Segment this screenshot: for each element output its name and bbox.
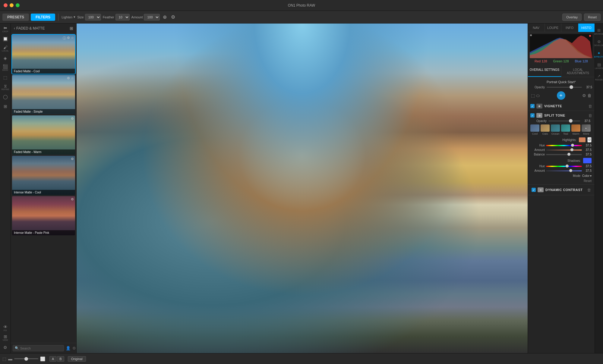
- a-button[interactable]: A: [49, 356, 56, 362]
- amount-thumb[interactable]: [570, 148, 573, 151]
- preset-star-icon[interactable]: ☆: [71, 36, 74, 40]
- mode-select[interactable]: Color ▾: [582, 174, 592, 177]
- amount-track[interactable]: [546, 149, 582, 151]
- st-preset-cool[interactable]: Cool: [530, 124, 539, 135]
- st-preset-oats[interactable]: Oats: [541, 124, 550, 135]
- center-image-area: [77, 24, 528, 353]
- search-input[interactable]: [20, 347, 62, 350]
- balance-track[interactable]: [546, 154, 582, 155]
- preset-settings-icon-warm[interactable]: ⚙: [71, 117, 74, 121]
- side-browse[interactable]: ⊞ BROWSE: [595, 26, 603, 37]
- shadow-amount-track[interactable]: [546, 170, 582, 171]
- shadows-color-swatch[interactable]: [583, 158, 592, 163]
- grid-view-icon[interactable]: ⊞: [70, 26, 73, 31]
- tool-something5[interactable]: ◯: [1, 92, 10, 101]
- mask-icon-circle[interactable]: ⬭: [536, 93, 540, 98]
- tool-something4[interactable]: ⬚: [1, 73, 10, 82]
- balance-thumb[interactable]: [567, 153, 570, 156]
- st-preset-teal[interactable]: Teal: [561, 124, 570, 135]
- preset-item-simple[interactable]: ⚙ ☆ Faded Matte - Simple: [12, 75, 75, 114]
- preset-settings-icon-ic[interactable]: ⚙: [71, 157, 74, 161]
- side-effects[interactable]: ✦ EFFECTS: [595, 49, 603, 60]
- highlights-reset-icon[interactable]: ↺: [587, 137, 592, 143]
- back-button[interactable]: ‹ FADED & MATTE: [14, 26, 45, 30]
- dc-enabled[interactable]: ✓: [532, 188, 536, 192]
- add-filter-button[interactable]: +: [557, 91, 565, 100]
- preset-settings-icon-simple[interactable]: ⚙: [67, 76, 70, 80]
- st-preset-warm[interactable]: Warm: [571, 124, 580, 135]
- dc-delete-button[interactable]: 🗑: [587, 188, 591, 192]
- tool-fix[interactable]: 👁 FIX: [1, 324, 10, 333]
- mask-icon-square[interactable]: ⬚: [531, 93, 535, 98]
- filters-tab[interactable]: FILTERS: [31, 14, 55, 21]
- st-opacity-track[interactable]: [548, 121, 580, 121]
- tab-histo[interactable]: HISTO: [578, 24, 595, 32]
- maximize-button[interactable]: [16, 3, 20, 7]
- filter-settings-icon[interactable]: ⚙: [582, 93, 586, 98]
- st-preset-ocean[interactable]: Ocean: [551, 124, 560, 135]
- bottom-icon1[interactable]: ⬚: [2, 356, 6, 361]
- preset-item-paste-pink[interactable]: ⚙ Intense Matte - Paste Pink: [12, 196, 75, 235]
- settings-icon[interactable]: ⚙: [170, 14, 176, 20]
- search-gear-icon[interactable]: ⚙: [72, 346, 76, 350]
- tool-crop[interactable]: ✂ CROP: [1, 25, 10, 34]
- size-label: Size: [77, 15, 84, 19]
- vignette-delete-button[interactable]: 🗑: [588, 104, 592, 108]
- tool-mask[interactable]: ⬛ MASK: [1, 63, 10, 72]
- preset-item-cool[interactable]: ⓘ ⚙ ☆ Faded Matte - Cool: [12, 35, 75, 74]
- preset-star-icon-simple[interactable]: ☆: [71, 76, 74, 80]
- tab-nav[interactable]: NAV: [528, 24, 545, 32]
- bottom-icon3[interactable]: ⬜: [40, 356, 45, 361]
- tab-loupe[interactable]: LOUPE: [545, 24, 562, 32]
- tab-info[interactable]: INFO: [561, 24, 578, 32]
- st-opacity-thumb[interactable]: [569, 119, 573, 123]
- side-resize[interactable]: ↗ RESIZE: [595, 72, 603, 83]
- preset-settings-icon-pp[interactable]: ⚙: [71, 197, 74, 201]
- preset-settings-icon[interactable]: ⚙: [67, 36, 70, 40]
- side-develop[interactable]: ⚙ DEVELOP: [595, 37, 603, 48]
- amount-select[interactable]: 100: [144, 14, 160, 20]
- tool-local[interactable]: 🖌 LOCAL: [1, 44, 10, 53]
- shadow-hue-thumb[interactable]: [566, 165, 569, 168]
- tab-overall-settings[interactable]: OVERALL SETTINGS: [528, 66, 561, 77]
- split-tone-enabled[interactable]: ✓: [530, 113, 535, 118]
- feather-select[interactable]: 10: [115, 14, 130, 20]
- tool-refine[interactable]: ⧖ REFINE: [1, 83, 10, 92]
- preset-item-intense-cool[interactable]: ⚙ Intense Matte - Cool: [12, 156, 75, 195]
- eyedropper-icon[interactable]: ⊕: [162, 14, 168, 20]
- tab-local-adjustments[interactable]: LOCAL ADJUSTMENTS: [561, 66, 595, 77]
- tool-something2[interactable]: 🔲: [1, 34, 10, 43]
- shadow-hue-track[interactable]: [546, 166, 582, 167]
- b-button[interactable]: B: [57, 356, 64, 362]
- overlay-button[interactable]: Overlay: [562, 14, 582, 21]
- presets-tab[interactable]: PRESETS: [2, 14, 29, 21]
- side-layers[interactable]: ▤ LAYERS: [595, 60, 603, 71]
- preset-info-icon[interactable]: ⓘ: [63, 36, 66, 40]
- shadow-amount-thumb[interactable]: [569, 169, 572, 172]
- opacity-slider-track[interactable]: [547, 87, 582, 88]
- bottom-icon2[interactable]: ▬: [8, 356, 12, 361]
- opacity-slider-thumb[interactable]: [570, 85, 573, 89]
- tool-something6[interactable]: ⊞: [1, 102, 10, 111]
- size-select[interactable]: 100: [85, 14, 101, 20]
- bottom-slider[interactable]: [14, 358, 38, 359]
- split-tone-reset-button[interactable]: Reset: [584, 179, 592, 183]
- preset-item-warm[interactable]: ⚙ Faded Matte - Warm: [12, 115, 75, 155]
- feather-group: Feather 10: [103, 14, 130, 20]
- highlights-color-swatch[interactable]: [579, 137, 586, 142]
- tool-gear-bottom[interactable]: ⚙: [1, 343, 10, 352]
- tool-view[interactable]: ⊞ VIEW: [1, 333, 10, 342]
- tool-something3[interactable]: ◈: [1, 54, 10, 63]
- filter-trash-icon[interactable]: 🗑: [587, 93, 592, 98]
- user-icon[interactable]: 👤: [66, 346, 71, 350]
- vignette-enabled[interactable]: ✓: [530, 104, 535, 108]
- split-tone-opacity-row: Opacity 37.5: [530, 119, 593, 123]
- hue-track[interactable]: [546, 145, 582, 146]
- reset-button[interactable]: Reset: [584, 14, 601, 21]
- close-button[interactable]: [4, 3, 8, 7]
- hue-thumb[interactable]: [571, 144, 574, 147]
- split-tone-delete-button[interactable]: 🗑: [588, 113, 592, 118]
- original-button[interactable]: Original: [68, 356, 86, 362]
- st-preset-more[interactable]: ▸ More: [582, 124, 591, 135]
- minimize-button[interactable]: [10, 3, 14, 7]
